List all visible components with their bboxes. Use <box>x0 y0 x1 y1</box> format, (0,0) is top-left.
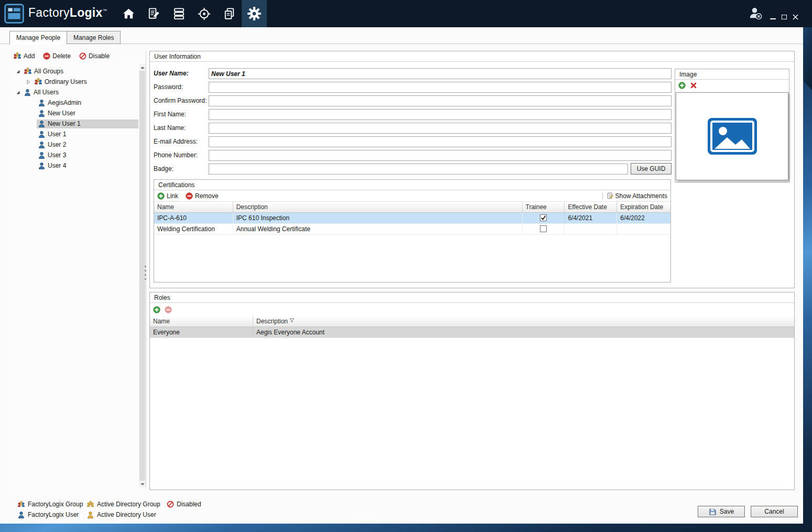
brand-logix: Logix <box>70 6 103 19</box>
user-icon <box>17 511 25 519</box>
email-field[interactable] <box>209 136 672 147</box>
splitter-grip[interactable] <box>145 266 146 281</box>
user-name-field[interactable] <box>209 68 672 79</box>
show-attachments-label: Show Attachments <box>615 192 667 200</box>
certification-row[interactable]: IPC-A-610 IPC 610 Inspection 6/4/2021 6/… <box>154 213 670 224</box>
pages-icon <box>222 7 236 21</box>
nav-documents[interactable] <box>216 0 242 27</box>
tree-item-user-3[interactable]: User 3 <box>13 150 138 160</box>
phone-field[interactable] <box>209 150 672 161</box>
add-image-button[interactable] <box>678 82 686 89</box>
col-role-description[interactable]: Description <box>253 316 794 327</box>
tree-item-new-user[interactable]: New User <box>13 108 138 118</box>
show-attachments-button[interactable]: Show Attachments <box>607 192 667 200</box>
col-role-name[interactable]: Name <box>150 316 253 327</box>
col-description[interactable]: Description <box>233 202 523 212</box>
cert-effective-date: 6/4/2021 <box>565 213 617 223</box>
tree-item-user-1[interactable]: User 1 <box>13 129 138 139</box>
expanded-arrow-icon[interactable] <box>16 90 20 95</box>
minimize-button[interactable] <box>770 18 776 19</box>
legend-factorylogix-group: FactoryLogix Group <box>17 500 83 508</box>
tree-item-user-2[interactable]: User 2 <box>13 139 138 150</box>
nav-dispatch[interactable] <box>191 0 216 27</box>
certification-row[interactable]: Welding Certification Annual Welding Cer… <box>154 224 670 235</box>
tree-item-ordinary-users[interactable]: Ordinary Users <box>13 77 138 87</box>
app-logo-icon <box>4 4 24 24</box>
legend-active-directory-user: Active Directory User <box>86 511 156 519</box>
tree-item-user-4[interactable]: User 4 <box>13 160 138 171</box>
user-icon <box>38 141 46 149</box>
delete-user-button[interactable]: Delete <box>43 52 71 60</box>
add-user-button[interactable]: Add <box>13 52 35 60</box>
legend-label: Active Directory Group <box>97 501 160 508</box>
trainee-checkbox-unchecked[interactable] <box>540 225 547 232</box>
cancel-button[interactable]: Cancel <box>751 506 798 517</box>
use-guid-button[interactable]: Use GUID <box>631 163 672 175</box>
close-button[interactable] <box>793 14 798 20</box>
trainee-checkbox-checked[interactable] <box>540 214 547 221</box>
disable-label: Disable <box>89 52 110 60</box>
scroll-up-arrow[interactable] <box>139 64 146 71</box>
tree-item-label: New User <box>48 110 75 117</box>
collapsed-arrow-icon[interactable] <box>26 80 31 84</box>
image-toolbar <box>675 80 789 91</box>
col-trainee[interactable]: Trainee <box>523 202 565 212</box>
email-label: E-mail Address: <box>154 136 198 147</box>
col-name[interactable]: Name <box>154 202 233 212</box>
tree-item-label: All Users <box>34 89 59 96</box>
nav-definitions[interactable] <box>141 0 166 27</box>
legend-label: Active Directory User <box>97 511 156 518</box>
brand-trademark: ™ <box>103 8 107 13</box>
password-field[interactable] <box>209 82 672 93</box>
link-certification-button[interactable]: Link <box>157 192 178 200</box>
remove-certification-button[interactable]: Remove <box>186 192 219 200</box>
tree-item-new-user-1[interactable]: New User 1 <box>13 118 138 129</box>
tree-item-label: User 4 <box>48 162 66 169</box>
filter-icon[interactable] <box>289 318 295 323</box>
badge-field[interactable] <box>209 164 628 175</box>
tree-item-label: User 1 <box>48 131 66 138</box>
tree-item-aegisadmin[interactable]: AegisAdmin <box>13 97 138 108</box>
last-name-field[interactable] <box>209 123 672 134</box>
add-role-button[interactable] <box>153 306 160 313</box>
certifications-table-header: Name Description Trainee Effective Date … <box>154 202 670 213</box>
legend-disabled: Disabled <box>167 500 201 508</box>
save-button[interactable]: Save <box>698 506 745 517</box>
cert-description: IPC 610 Inspection <box>233 213 523 223</box>
remove-role-button[interactable] <box>165 306 172 313</box>
remove-image-button[interactable] <box>690 82 697 89</box>
people-tree: All Groups Ordinary Users All Users Aegi… <box>13 64 146 487</box>
col-effective-date[interactable]: Effective Date <box>565 202 617 212</box>
user-icon <box>38 151 46 159</box>
legend-label: FactoryLogix User <box>28 511 79 518</box>
tree-item-all-users[interactable]: All Users <box>13 87 138 97</box>
col-expiration-date[interactable]: Expiration Date <box>617 202 670 212</box>
user-icon <box>38 110 46 117</box>
nav-settings[interactable] <box>242 0 267 27</box>
expanded-arrow-icon[interactable] <box>16 69 20 74</box>
cert-expiration-date: 6/4/2022 <box>617 213 670 223</box>
disable-user-button[interactable]: Disable <box>79 52 110 60</box>
legend-label: Disabled <box>177 501 201 508</box>
first-name-field[interactable] <box>209 109 672 120</box>
maximize-button[interactable] <box>782 15 787 19</box>
cert-name: IPC-A-610 <box>154 213 233 223</box>
role-row[interactable]: Everyone Aegis Everyone Account <box>150 327 794 338</box>
nav-home[interactable] <box>116 0 141 27</box>
roles-panel: Roles Name Description Everyone Aegis Ev… <box>149 292 795 490</box>
gear-icon <box>247 6 262 21</box>
user-status-icon[interactable] <box>748 6 762 20</box>
cancel-label: Cancel <box>764 508 784 515</box>
add-label: Add <box>24 52 35 60</box>
tree-item-all-groups[interactable]: All Groups <box>13 66 138 77</box>
brand-factory: Factory <box>28 6 70 19</box>
scroll-down-arrow[interactable] <box>139 481 146 487</box>
tab-manage-people[interactable]: Manage People <box>9 31 67 45</box>
group-icon <box>34 78 42 86</box>
toolbar-separator <box>602 192 603 200</box>
nav-materials[interactable] <box>166 0 191 27</box>
image-frame[interactable] <box>676 92 788 180</box>
home-icon <box>122 7 136 21</box>
tab-manage-roles[interactable]: Manage Roles <box>67 31 121 44</box>
confirm-password-field[interactable] <box>209 95 672 106</box>
